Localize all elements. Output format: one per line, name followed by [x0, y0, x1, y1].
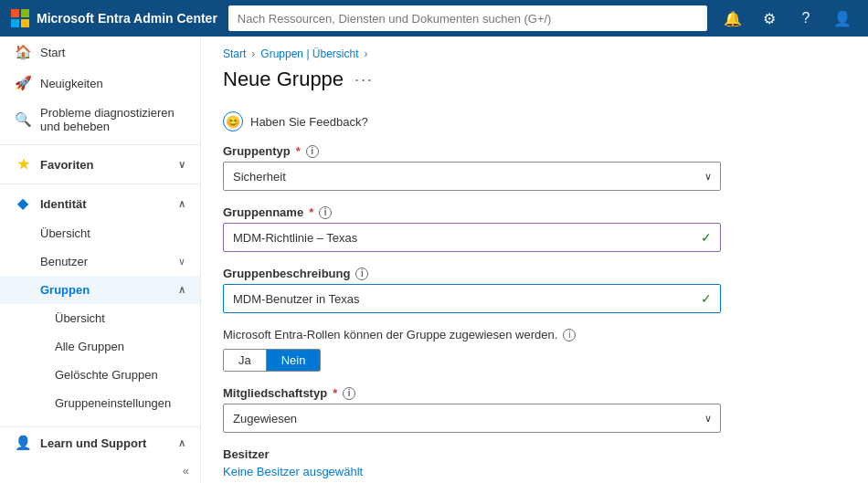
sidebar-divider-2	[0, 184, 200, 184]
settings-icon[interactable]: ⚙	[755, 4, 784, 33]
breadcrumb: Start › Gruppen | Übersicht ›	[201, 37, 868, 64]
info-icon-mitgliedschaft[interactable]: i	[343, 387, 355, 400]
chevron-up-icon: ∧	[178, 198, 185, 210]
sidebar-item-start[interactable]: 🏠 Start	[0, 37, 200, 68]
gruppentyp-select[interactable]: Sicherheit	[223, 162, 721, 191]
sidebar-label-geloeschte-gruppen: Gelöschte Gruppen	[55, 368, 158, 382]
sidebar-item-neuigkeiten[interactable]: 🚀 Neuigkeiten	[0, 68, 200, 99]
topbar: Microsoft Entra Admin Center 🔔 ⚙ ? 👤	[0, 0, 868, 37]
roles-toggle-group: Ja Nein	[223, 349, 321, 372]
required-star-gruppenname: *	[309, 205, 313, 219]
sidebar-label-gruppen-uebersicht: Übersicht	[55, 311, 105, 325]
feedback-bar: 😊 Haben Sie Feedback?	[201, 106, 868, 144]
profile-icon[interactable]: 👤	[828, 4, 857, 33]
required-star-mitgliedschaft: *	[333, 386, 337, 400]
besitzer-link[interactable]: Keine Besitzer ausgewählt	[223, 465, 363, 478]
info-icon-gruppenname[interactable]: i	[319, 206, 332, 219]
sidebar-item-gruppeneinstellungen[interactable]: Gruppeneinstellungen	[0, 389, 200, 417]
main-content: Start › Gruppen | Übersicht › Neue Grupp…	[201, 37, 868, 483]
news-icon: 🚀	[15, 75, 31, 91]
roles-label: Microsoft Entra-Rollen können der Gruppe…	[223, 328, 846, 341]
mitgliedschaftstyp-select-wrapper: Zugewiesen ∨	[223, 404, 721, 433]
search-bar[interactable]	[228, 5, 707, 31]
sidebar-item-gruppen-uebersicht[interactable]: Übersicht	[0, 304, 200, 332]
sidebar-label-start: Start	[40, 46, 65, 59]
sidebar-section-identitaet[interactable]: ◆ Identität ∧	[0, 188, 200, 219]
help-icon[interactable]: ?	[791, 4, 820, 33]
gruppenbeschreibung-label: Gruppenbeschreibung i	[223, 267, 846, 280]
besitzer-group: Besitzer Keine Besitzer ausgewählt	[223, 447, 846, 478]
gruppenname-input[interactable]	[223, 223, 721, 252]
info-icon-beschreibung[interactable]: i	[355, 268, 368, 280]
app-logo: Microsoft Entra Admin Center	[11, 9, 217, 27]
star-icon: ★	[15, 156, 31, 173]
chevron-down-icon-benutzer: ∨	[178, 256, 185, 268]
page-menu-button[interactable]: ···	[355, 70, 374, 89]
sidebar-label-gruppen: Gruppen	[40, 283, 90, 297]
sidebar-bottom: 👤 Learn und Support ∧ «	[0, 426, 200, 483]
sidebar-label-uebersicht: Übersicht	[40, 226, 90, 240]
sidebar-section-learn[interactable]: 👤 Learn und Support ∧	[0, 427, 200, 458]
sidebar-label-learn: Learn und Support	[40, 436, 146, 450]
notification-icon[interactable]: 🔔	[718, 4, 747, 33]
sidebar-label-probleme: Probleme diagnostizieren und beheben	[40, 106, 185, 133]
breadcrumb-start[interactable]: Start	[223, 47, 246, 60]
toggle-nein-button[interactable]: Nein	[267, 350, 321, 371]
sidebar-divider-1	[0, 144, 200, 145]
info-icon-gruppentyp[interactable]: i	[306, 145, 319, 158]
check-icon-gruppenname: ✓	[701, 230, 712, 245]
mitgliedschaftstyp-group: Mitgliedschaftstyp * i Zugewiesen ∨	[223, 386, 846, 433]
besitzer-label: Besitzer	[223, 447, 846, 461]
gruppentyp-label: Gruppentyp * i	[223, 144, 846, 158]
app-title: Microsoft Entra Admin Center	[37, 11, 217, 26]
diagnose-icon: 🔍	[15, 111, 31, 128]
topbar-actions: 🔔 ⚙ ? 👤	[718, 4, 857, 33]
sidebar-item-alle-gruppen[interactable]: Alle Gruppen	[0, 332, 200, 361]
gruppenbeschreibung-input-wrapper: ✓	[223, 284, 721, 313]
home-icon: 🏠	[15, 44, 31, 60]
sidebar-item-uebersicht[interactable]: Übersicht	[0, 219, 200, 247]
microsoft-icon	[11, 9, 29, 27]
learn-icon: 👤	[15, 435, 31, 451]
chevron-up-icon-learn: ∧	[178, 437, 185, 449]
sidebar-label-alle-gruppen: Alle Gruppen	[55, 340, 124, 353]
sidebar-label-neuigkeiten: Neuigkeiten	[40, 77, 103, 90]
page-title: Neue Gruppe	[223, 68, 344, 91]
sidebar-label-identitaet: Identität	[40, 197, 87, 211]
mitgliedschaftstyp-select[interactable]: Zugewiesen	[223, 404, 721, 433]
page-header: Neue Gruppe ···	[201, 64, 868, 106]
required-star-gruppentyp: *	[296, 144, 301, 158]
sidebar-label-benutzer: Benutzer	[40, 255, 88, 268]
gruppenname-group: Gruppenname * i ✓	[223, 205, 846, 252]
sidebar-label-favoriten: Favoriten	[40, 158, 94, 172]
feedback-icon: 😊	[223, 111, 243, 131]
gruppenbeschreibung-input[interactable]	[223, 284, 721, 313]
gruppenname-input-wrapper: ✓	[223, 223, 721, 252]
chevron-down-icon: ∨	[178, 159, 185, 171]
breadcrumb-groups[interactable]: Gruppen | Übersicht	[260, 47, 358, 60]
search-input[interactable]	[228, 5, 707, 31]
collapse-sidebar-button[interactable]: «	[0, 458, 200, 483]
sidebar-item-geloeschte-gruppen[interactable]: Gelöschte Gruppen	[0, 361, 200, 389]
toggle-ja-button[interactable]: Ja	[224, 350, 267, 371]
collapse-icon: «	[183, 464, 189, 478]
sidebar: 🏠 Start 🚀 Neuigkeiten 🔍 Probleme diagnos…	[0, 37, 201, 483]
check-icon-beschreibung: ✓	[701, 291, 712, 306]
breadcrumb-sep-2: ›	[365, 47, 368, 60]
sidebar-item-probleme[interactable]: 🔍 Probleme diagnostizieren und beheben	[0, 99, 200, 141]
identity-icon: ◆	[15, 195, 31, 212]
mitgliedschaftstyp-label: Mitgliedschaftstyp * i	[223, 386, 846, 400]
info-icon-roles[interactable]: i	[563, 329, 576, 341]
gruppentyp-group: Gruppentyp * i Sicherheit ∨	[223, 144, 846, 191]
sidebar-label-gruppeneinstellungen: Gruppeneinstellungen	[55, 396, 171, 410]
sidebar-item-benutzer[interactable]: Benutzer ∨	[0, 247, 200, 276]
feedback-label: Haben Sie Feedback?	[250, 115, 368, 129]
breadcrumb-sep-1: ›	[251, 47, 255, 60]
form: Gruppentyp * i Sicherheit ∨ Gruppenname …	[201, 144, 868, 483]
gruppentyp-select-wrapper: Sicherheit ∨	[223, 162, 721, 191]
sidebar-section-favoriten[interactable]: ★ Favoriten ∨	[0, 149, 200, 180]
gruppenbeschreibung-group: Gruppenbeschreibung i ✓	[223, 267, 846, 313]
sidebar-item-gruppen[interactable]: Gruppen ∧	[0, 276, 200, 304]
chevron-up-icon-gruppen: ∧	[178, 284, 185, 296]
gruppenname-label: Gruppenname * i	[223, 205, 846, 219]
